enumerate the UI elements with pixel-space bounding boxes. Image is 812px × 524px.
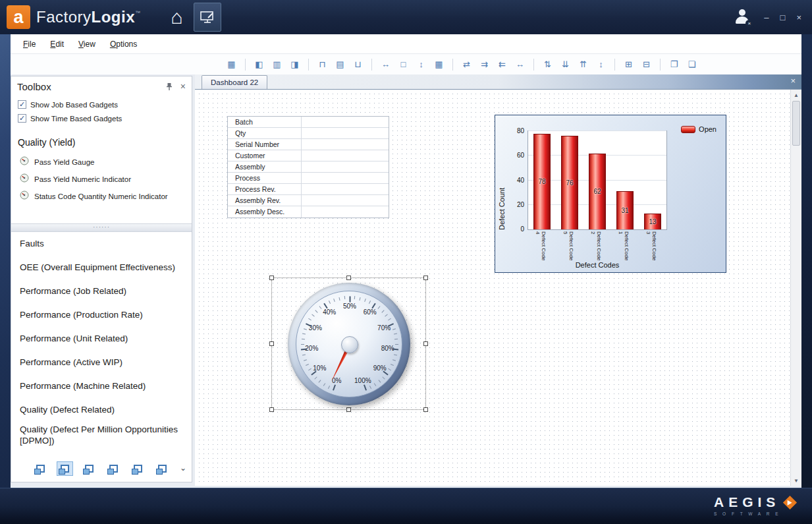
layout-page-strip: ⌄ bbox=[11, 459, 192, 479]
center-vertically-icon[interactable]: ⊟ bbox=[638, 57, 655, 72]
info-table-gadget[interactable]: BatchQtySerial NumberCustomerAssemblyPro… bbox=[227, 116, 389, 218]
table-row-value bbox=[302, 195, 389, 206]
canvas-vertical-scrollbar[interactable]: ▲ ▼ bbox=[790, 90, 801, 486]
table-row-label: Process bbox=[228, 173, 302, 183]
scroll-down-icon[interactable]: ▼ bbox=[791, 475, 801, 486]
gauge-tick bbox=[311, 314, 315, 316]
toolbox-gadget-item[interactable]: Pass Yield Gauge bbox=[11, 154, 192, 171]
equal-horizontal-spacing-icon[interactable]: ⇄ bbox=[458, 57, 475, 72]
checkbox[interactable]: ✓ bbox=[18, 100, 26, 109]
send-to-back-icon[interactable]: ❏ bbox=[684, 57, 700, 72]
dashboard-canvas[interactable]: BatchQtySerial NumberCustomerAssemblyPro… bbox=[195, 90, 801, 486]
increase-vertical-spacing-icon[interactable]: ⇊ bbox=[557, 57, 574, 72]
legend-swatch-open bbox=[681, 126, 695, 133]
selection-handle-left[interactable] bbox=[269, 341, 274, 346]
table-row: Customer bbox=[228, 150, 389, 161]
layout-page-icon[interactable] bbox=[57, 461, 73, 476]
scroll-up-icon[interactable]: ▲ bbox=[791, 90, 801, 100]
scrollbar-thumb[interactable] bbox=[792, 101, 800, 146]
gauge-tick bbox=[378, 380, 381, 383]
user-account-icon[interactable]: × bbox=[734, 9, 751, 26]
toolbox-group-item[interactable]: Quality (Defect Per Million Opportunitie… bbox=[11, 422, 192, 450]
remove-vertical-spacing-icon[interactable]: ↕ bbox=[593, 57, 609, 72]
selection-handle-top-left[interactable] bbox=[269, 276, 274, 280]
size-to-grid-icon[interactable]: ▦ bbox=[431, 57, 447, 72]
selection-handle-bottom-left[interactable] bbox=[269, 407, 274, 412]
toolbox-group-item[interactable]: Quality (Defect Related) bbox=[11, 398, 192, 422]
toolbox-group-item[interactable]: Performance (Job Related) bbox=[11, 279, 192, 303]
toolbox-header: Toolbox × bbox=[11, 76, 192, 96]
layout-page-icon[interactable] bbox=[32, 461, 49, 476]
align-tops-icon[interactable]: ⊓ bbox=[314, 57, 331, 72]
table-row-label: Assembly Rev. bbox=[228, 195, 302, 206]
toolbox-splitter-handle[interactable]: ······ bbox=[11, 223, 192, 232]
document-close-icon[interactable]: × bbox=[790, 76, 796, 85]
increase-horizontal-spacing-icon[interactable]: ⇉ bbox=[476, 57, 493, 72]
align-bottoms-icon[interactable]: ⊔ bbox=[350, 57, 366, 72]
selection-handle-right[interactable] bbox=[423, 341, 428, 346]
home-icon[interactable]: ⌂ bbox=[171, 7, 183, 27]
dashboard-designer-button[interactable] bbox=[194, 3, 221, 32]
tab-dashboard-22[interactable]: Dashboard 22 bbox=[202, 75, 267, 89]
bar-value-label: 13 bbox=[649, 218, 656, 225]
toolbox-group-item[interactable]: Performance (Active WIP) bbox=[11, 351, 192, 374]
transform-to-grid-icon[interactable]: ▦ bbox=[223, 57, 240, 72]
table-row-label: Batch bbox=[228, 117, 302, 127]
pass-yield-gauge-gadget[interactable]: 0%10%20%30%40%50%60%70%80%90%100% bbox=[271, 277, 426, 410]
gauge-tick bbox=[344, 296, 345, 299]
menu-item-file[interactable]: File bbox=[16, 36, 43, 52]
selection-handle-top[interactable] bbox=[346, 276, 351, 280]
toolbar-separator bbox=[371, 59, 372, 71]
close-button[interactable]: × bbox=[796, 13, 801, 22]
menu-item-view[interactable]: View bbox=[71, 36, 103, 52]
toolbox-close-icon[interactable]: × bbox=[180, 82, 186, 91]
layout-page-icon[interactable] bbox=[130, 461, 146, 476]
legend-label: Open bbox=[699, 125, 717, 133]
checkbox-row-1: ✓Show Time Based Gadgets bbox=[18, 114, 185, 123]
toolbox-group-item[interactable]: Performance (Unit Related) bbox=[11, 327, 192, 351]
bring-to-front-icon[interactable]: ❐ bbox=[666, 57, 682, 72]
remove-horizontal-spacing-icon[interactable]: ↔ bbox=[512, 57, 528, 72]
toolbox-group-item[interactable]: Performance (Production Rate) bbox=[11, 303, 192, 327]
align-centers-icon[interactable]: ▥ bbox=[269, 57, 285, 72]
center-horizontally-icon[interactable]: ⊞ bbox=[620, 57, 637, 72]
selection-handle-bottom[interactable] bbox=[346, 407, 351, 412]
decrease-horizontal-spacing-icon[interactable]: ⇇ bbox=[494, 57, 510, 72]
maximize-button[interactable]: □ bbox=[780, 13, 786, 22]
align-lefts-icon[interactable]: ◧ bbox=[251, 57, 267, 72]
bar-value-label: 31 bbox=[621, 207, 628, 214]
equal-vertical-spacing-icon[interactable]: ⇅ bbox=[539, 57, 556, 72]
gauge-tick bbox=[338, 297, 340, 301]
minimize-button[interactable]: – bbox=[764, 13, 769, 22]
toolbox-group-item[interactable]: Faults bbox=[11, 232, 192, 256]
menu-item-edit[interactable]: Edit bbox=[43, 36, 71, 52]
checkbox-label: Show Job Based Gadgets bbox=[30, 101, 118, 109]
toolbox-gadget-item[interactable]: Pass Yield Numeric Indicator bbox=[11, 171, 192, 188]
toolbox-group-item[interactable]: OEE (Overall Equipment Effectiveness) bbox=[11, 256, 192, 279]
gadget-item-label: Status Code Quantity Numeric Indicator bbox=[34, 192, 168, 200]
chevron-down-icon[interactable]: ⌄ bbox=[180, 463, 186, 473]
chart-plot-area: 7876623113 bbox=[528, 131, 667, 230]
table-row-value bbox=[302, 161, 389, 172]
layout-page-icon[interactable] bbox=[81, 461, 97, 476]
selection-handle-top-right[interactable] bbox=[423, 276, 428, 280]
toolbox-active-group-title[interactable]: Quality (Yield) bbox=[11, 128, 192, 154]
checkbox-label: Show Time Based Gadgets bbox=[30, 115, 122, 123]
aegis-brand-text: AEGIS bbox=[714, 494, 780, 510]
decrease-vertical-spacing-icon[interactable]: ⇈ bbox=[575, 57, 591, 72]
menu-item-options[interactable]: Options bbox=[103, 36, 144, 52]
make-same-size-icon[interactable]: □ bbox=[395, 57, 412, 72]
make-same-width-icon[interactable]: ↔ bbox=[377, 57, 394, 72]
toolbar-separator bbox=[533, 59, 534, 71]
toolbox-gadget-item[interactable]: Status Code Quantity Numeric Indicator bbox=[11, 188, 192, 205]
make-same-height-icon[interactable]: ↕ bbox=[413, 57, 429, 72]
pin-icon[interactable] bbox=[166, 82, 173, 91]
selection-handle-bottom-right[interactable] bbox=[423, 407, 428, 412]
toolbox-group-item[interactable]: Performance (Machine Related) bbox=[11, 374, 192, 398]
align-middles-icon[interactable]: ▤ bbox=[332, 57, 348, 72]
checkbox[interactable]: ✓ bbox=[18, 114, 26, 123]
align-rights-icon[interactable]: ◨ bbox=[286, 57, 303, 72]
layout-page-icon[interactable] bbox=[154, 461, 171, 476]
layout-page-icon[interactable] bbox=[105, 461, 122, 476]
defect-bar-chart-gadget[interactable]: Open Defect Count 7876623113 Defect Code… bbox=[495, 115, 726, 273]
